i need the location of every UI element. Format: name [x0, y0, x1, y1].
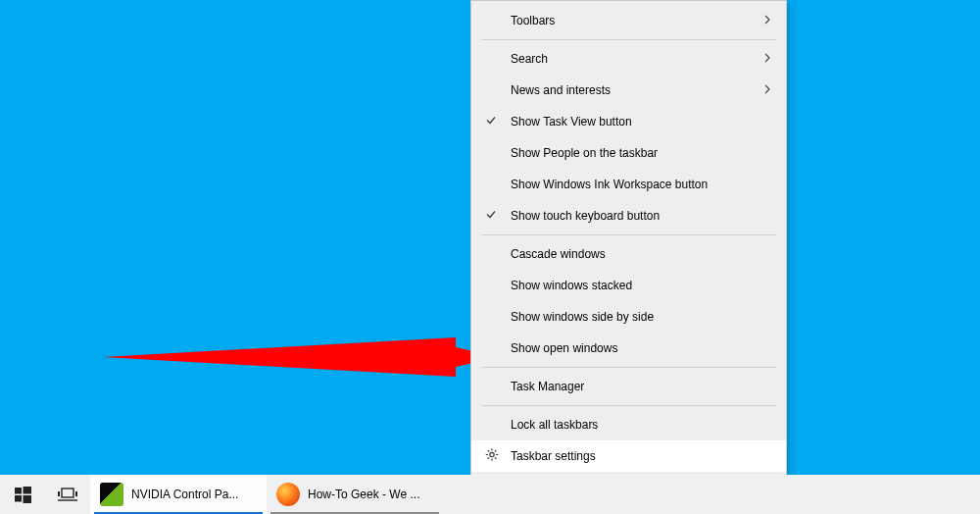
menu-item-label: Cascade windows: [511, 247, 606, 261]
windows-icon: [15, 487, 31, 503]
menu-separator: [481, 367, 776, 368]
svg-line-9: [488, 457, 490, 459]
menu-item-search[interactable]: Search: [471, 43, 786, 75]
svg-line-6: [488, 450, 490, 452]
menu-item-taskbar-settings[interactable]: Taskbar settings: [471, 440, 786, 472]
menu-item-label: Taskbar settings: [511, 449, 596, 463]
taskbar-context-menu: Toolbars Search News and interests Show …: [470, 0, 787, 477]
svg-rect-16: [58, 491, 60, 496]
chevron-right-icon: [762, 52, 772, 66]
svg-rect-10: [15, 488, 22, 494]
task-view-button[interactable]: [45, 475, 90, 514]
svg-point-1: [490, 452, 494, 456]
chevron-right-icon: [762, 14, 772, 27]
svg-line-7: [495, 457, 497, 459]
taskbar-app-label: How-To Geek - We ...: [308, 488, 419, 501]
check-icon: [485, 115, 497, 129]
menu-item-label: Show windows stacked: [511, 279, 632, 292]
taskbar-app-nvidia[interactable]: NVIDIA Control Pa...: [90, 475, 267, 514]
menu-item-label: Task Manager: [511, 380, 584, 393]
svg-rect-14: [62, 488, 74, 497]
menu-item-show-task-view[interactable]: Show Task View button: [471, 106, 786, 137]
menu-item-toolbars[interactable]: Toolbars: [471, 5, 786, 36]
svg-rect-12: [15, 495, 22, 502]
menu-item-label: Show Task View button: [511, 115, 632, 128]
menu-item-cascade[interactable]: Cascade windows: [471, 238, 786, 270]
menu-item-label: Show open windows: [511, 341, 617, 355]
check-icon: [485, 209, 497, 224]
taskbar-app-label: NVIDIA Control Pa...: [131, 488, 238, 501]
menu-item-show-ink[interactable]: Show Windows Ink Workspace button: [471, 169, 786, 200]
menu-item-label: Search: [511, 52, 548, 66]
menu-item-news[interactable]: News and interests: [471, 75, 786, 106]
svg-line-8: [495, 450, 497, 452]
menu-item-label: Show Windows Ink Workspace button: [511, 178, 708, 191]
nvidia-icon: [100, 483, 123, 506]
svg-rect-17: [75, 491, 77, 496]
menu-item-show-open[interactable]: Show open windows: [471, 333, 786, 364]
menu-item-show-touch[interactable]: Show touch keyboard button: [471, 200, 786, 231]
svg-rect-13: [23, 495, 31, 503]
menu-item-show-people[interactable]: Show People on the taskbar: [471, 137, 786, 169]
taskbar[interactable]: NVIDIA Control Pa... How-To Geek - We ..…: [0, 475, 980, 514]
menu-item-side-by-side[interactable]: Show windows side by side: [471, 301, 786, 333]
menu-item-task-manager[interactable]: Task Manager: [471, 371, 786, 402]
firefox-icon: [276, 483, 300, 506]
menu-item-label: Show People on the taskbar: [511, 146, 658, 160]
menu-item-label: Toolbars: [511, 14, 555, 27]
taskbar-app-firefox[interactable]: How-To Geek - We ...: [267, 475, 443, 514]
menu-item-lock-taskbars[interactable]: Lock all taskbars: [471, 409, 786, 440]
menu-item-label: Show windows side by side: [511, 310, 654, 324]
gear-icon: [485, 448, 499, 465]
menu-item-label: News and interests: [511, 83, 611, 97]
menu-separator: [481, 405, 776, 406]
menu-item-label: Show touch keyboard button: [511, 209, 660, 223]
menu-item-stacked[interactable]: Show windows stacked: [471, 270, 786, 301]
start-button[interactable]: [0, 475, 45, 514]
menu-item-label: Lock all taskbars: [511, 418, 598, 432]
menu-separator: [481, 234, 776, 235]
chevron-right-icon: [762, 83, 772, 97]
task-view-icon: [58, 487, 77, 502]
menu-separator: [481, 39, 776, 40]
svg-rect-11: [23, 487, 31, 494]
